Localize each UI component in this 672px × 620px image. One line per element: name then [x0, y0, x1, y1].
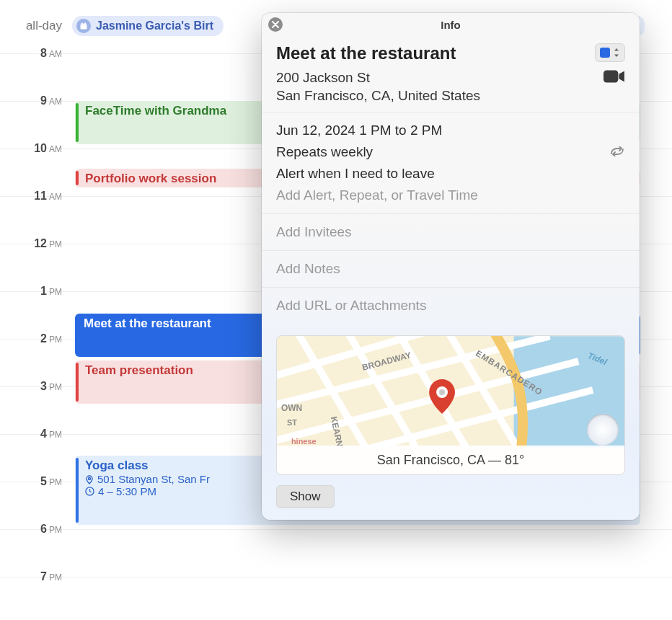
hour-label: 8AM — [0, 47, 72, 60]
add-alert-repeat-travel[interactable]: Add Alert, Repeat, or Travel Time — [276, 185, 625, 206]
popover-actions-section: Add Invitees Add Notes Add URL or Attach… — [262, 214, 640, 520]
event-repeat[interactable]: Repeats weekly — [276, 144, 373, 160]
popover-footer: Show — [262, 475, 640, 520]
hour-label: 5PM — [0, 475, 72, 488]
event-title: Portfolio work session — [85, 172, 216, 185]
calendar-color-button[interactable] — [595, 43, 625, 62]
svg-rect-2 — [83, 25, 84, 30]
chevron-updown-icon — [613, 48, 620, 57]
close-icon — [272, 21, 279, 28]
hour-label: 7PM — [0, 570, 72, 583]
hour-label: 2PM — [0, 332, 72, 345]
event-title: Team presentation — [85, 363, 193, 377]
map-preview[interactable]: BROADWAY KEARNY OWN ST EMBARCADERO Tidel… — [276, 335, 625, 475]
popover-title: Info — [441, 19, 461, 31]
close-button[interactable] — [268, 17, 283, 32]
hour-label: 11AM — [0, 190, 72, 203]
map-canvas: BROADWAY KEARNY OWN ST EMBARCADERO Tidel… — [277, 336, 624, 448]
popover-header-section: Meet at the restaurant 200 Jackson St Sa… — [262, 36, 640, 112]
pin-icon — [85, 474, 94, 484]
hour-label: 6PM — [0, 523, 72, 536]
map-section: BROADWAY KEARNY OWN ST EMBARCADERO Tidel… — [262, 324, 640, 475]
add-notes[interactable]: Add Notes — [262, 251, 640, 288]
gift-icon — [76, 19, 91, 33]
allday-event-title: Jasmine Garcia's Birt — [96, 19, 213, 32]
calendar-app: all-day Jasmine Garcia's Birt 8AM 9AM 10… — [0, 0, 672, 620]
event-location-field[interactable]: 200 Jackson St San Francisco, CA, United… — [276, 69, 480, 105]
svg-point-3 — [89, 477, 91, 479]
allday-label: all-day — [0, 19, 72, 33]
show-button[interactable]: Show — [276, 485, 335, 508]
clock-icon — [85, 487, 94, 496]
svg-text:OWN: OWN — [281, 403, 302, 413]
add-url-attachments[interactable]: Add URL or Attachments — [262, 288, 640, 324]
svg-rect-5 — [604, 70, 618, 82]
hour-label: 10AM — [0, 142, 72, 155]
event-alert[interactable]: Alert when I need to leave — [276, 163, 625, 185]
map-caption: San Francisco, CA — 81° — [277, 446, 624, 474]
hour-label: 1PM — [0, 285, 72, 298]
svg-point-24 — [439, 389, 445, 395]
color-swatch — [600, 48, 610, 58]
event-datetime[interactable]: Jun 12, 2024 1 PM to 2 PM — [276, 120, 625, 141]
repeat-icon — [609, 144, 625, 160]
hour-label: 3PM — [0, 380, 72, 393]
hour-label: 9AM — [0, 94, 72, 107]
hour-label: 4PM — [0, 428, 72, 440]
event-time: 4 – 5:30 PM — [98, 485, 156, 497]
svg-text:hinese: hinese — [291, 437, 317, 446]
svg-text:ST: ST — [287, 418, 297, 427]
add-invitees[interactable]: Add Invitees — [262, 214, 640, 251]
event-title: Meet at the restaurant — [84, 316, 211, 330]
event-title: FaceTime with Grandma — [85, 104, 226, 118]
hour-label: 12PM — [0, 237, 72, 250]
event-location: 501 Stanyan St, San Fr — [97, 473, 210, 485]
popover-titlebar: Info — [262, 13, 640, 36]
video-icon[interactable] — [604, 69, 625, 87]
allday-event-pill[interactable]: Jasmine Garcia's Birt — [72, 16, 224, 36]
event-info-popover: Info Meet at the restaurant 200 Jackson … — [262, 13, 640, 520]
event-title-field[interactable]: Meet at the restaurant — [276, 43, 480, 63]
popover-time-section: Jun 12, 2024 1 PM to 2 PM Repeats weekly… — [262, 112, 640, 214]
